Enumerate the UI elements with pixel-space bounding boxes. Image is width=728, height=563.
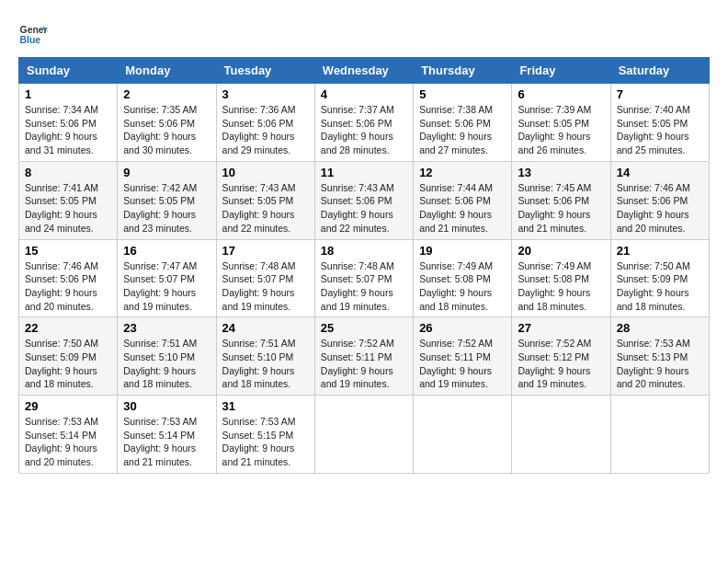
calendar-cell: 12 Sunrise: 7:44 AMSunset: 5:06 PMDaylig… — [414, 161, 512, 239]
day-info: Sunrise: 7:53 AMSunset: 5:14 PMDaylight:… — [25, 415, 111, 469]
calendar-cell: 7 Sunrise: 7:40 AMSunset: 5:05 PMDayligh… — [610, 84, 709, 162]
column-header-thursday: Thursday — [414, 58, 512, 84]
day-number: 3 — [222, 87, 309, 101]
day-number: 29 — [25, 399, 111, 413]
day-number: 18 — [321, 244, 407, 258]
day-info: Sunrise: 7:48 AMSunset: 5:07 PMDaylight:… — [222, 259, 309, 314]
column-header-wednesday: Wednesday — [314, 58, 413, 84]
day-info: Sunrise: 7:43 AMSunset: 5:06 PMDaylight:… — [321, 181, 407, 236]
column-header-monday: Monday — [118, 58, 216, 84]
calendar-cell: 24 Sunrise: 7:51 AMSunset: 5:10 PMDaylig… — [216, 317, 314, 396]
calendar-week-row: 8 Sunrise: 7:41 AMSunset: 5:05 PMDayligh… — [19, 161, 710, 239]
day-info: Sunrise: 7:43 AMSunset: 5:05 PMDaylight:… — [222, 181, 309, 236]
day-info: Sunrise: 7:40 AMSunset: 5:05 PMDaylight:… — [617, 103, 703, 157]
calendar-cell — [414, 396, 512, 474]
calendar-cell: 21 Sunrise: 7:50 AMSunset: 5:09 PMDaylig… — [610, 239, 709, 317]
calendar-cell: 16 Sunrise: 7:47 AMSunset: 5:07 PMDaylig… — [118, 239, 216, 317]
calendar-cell: 30 Sunrise: 7:53 AMSunset: 5:14 PMDaylig… — [118, 396, 216, 474]
calendar-cell: 15 Sunrise: 7:46 AMSunset: 5:06 PMDaylig… — [19, 239, 118, 317]
day-info: Sunrise: 7:46 AMSunset: 5:06 PMDaylight:… — [617, 181, 703, 236]
day-info: Sunrise: 7:51 AMSunset: 5:10 PMDaylight:… — [123, 337, 210, 391]
day-info: Sunrise: 7:53 AMSunset: 5:13 PMDaylight:… — [617, 337, 703, 391]
svg-text:Blue: Blue — [20, 35, 41, 45]
page-header: General Blue — [18, 18, 710, 48]
day-info: Sunrise: 7:42 AMSunset: 5:05 PMDaylight:… — [123, 181, 210, 236]
day-info: Sunrise: 7:49 AMSunset: 5:08 PMDaylight:… — [419, 259, 506, 314]
day-number: 24 — [222, 321, 309, 335]
day-info: Sunrise: 7:35 AMSunset: 5:06 PMDaylight:… — [123, 103, 210, 157]
day-info: Sunrise: 7:53 AMSunset: 5:14 PMDaylight:… — [123, 415, 210, 469]
day-info: Sunrise: 7:45 AMSunset: 5:06 PMDaylight:… — [518, 181, 604, 236]
day-number: 14 — [617, 166, 703, 179]
calendar-cell: 4 Sunrise: 7:37 AMSunset: 5:06 PMDayligh… — [314, 84, 413, 162]
day-info: Sunrise: 7:49 AMSunset: 5:08 PMDaylight:… — [518, 259, 604, 314]
calendar-cell: 26 Sunrise: 7:52 AMSunset: 5:11 PMDaylig… — [414, 317, 512, 396]
logo: General Blue — [18, 18, 51, 48]
calendar-cell: 14 Sunrise: 7:46 AMSunset: 5:06 PMDaylig… — [610, 161, 709, 239]
calendar-cell: 6 Sunrise: 7:39 AMSunset: 5:05 PMDayligh… — [512, 84, 610, 162]
day-number: 28 — [617, 321, 703, 335]
calendar-cell: 19 Sunrise: 7:49 AMSunset: 5:08 PMDaylig… — [414, 239, 512, 317]
day-info: Sunrise: 7:50 AMSunset: 5:09 PMDaylight:… — [617, 259, 703, 314]
day-info: Sunrise: 7:36 AMSunset: 5:06 PMDaylight:… — [222, 103, 309, 157]
calendar-cell: 3 Sunrise: 7:36 AMSunset: 5:06 PMDayligh… — [216, 84, 314, 162]
day-info: Sunrise: 7:53 AMSunset: 5:15 PMDaylight:… — [222, 415, 309, 469]
calendar-cell: 23 Sunrise: 7:51 AMSunset: 5:10 PMDaylig… — [118, 317, 216, 396]
calendar-week-row: 15 Sunrise: 7:46 AMSunset: 5:06 PMDaylig… — [19, 239, 710, 317]
day-info: Sunrise: 7:52 AMSunset: 5:11 PMDaylight:… — [419, 337, 506, 391]
logo-icon: General Blue — [18, 18, 48, 48]
day-number: 12 — [419, 166, 506, 179]
day-number: 19 — [419, 244, 506, 258]
day-number: 21 — [617, 244, 703, 258]
calendar-cell: 11 Sunrise: 7:43 AMSunset: 5:06 PMDaylig… — [314, 161, 413, 239]
day-number: 27 — [518, 321, 604, 335]
calendar-cell: 2 Sunrise: 7:35 AMSunset: 5:06 PMDayligh… — [118, 84, 216, 162]
calendar-cell — [512, 396, 610, 474]
day-number: 23 — [123, 321, 210, 335]
day-number: 16 — [123, 244, 210, 258]
day-number: 7 — [617, 87, 703, 101]
day-info: Sunrise: 7:48 AMSunset: 5:07 PMDaylight:… — [321, 259, 407, 314]
column-header-saturday: Saturday — [610, 58, 709, 84]
day-number: 31 — [222, 399, 309, 413]
calendar-header-row: SundayMondayTuesdayWednesdayThursdayFrid… — [19, 58, 710, 84]
day-info: Sunrise: 7:47 AMSunset: 5:07 PMDaylight:… — [123, 259, 210, 314]
day-number: 4 — [321, 87, 407, 101]
calendar-week-row: 1 Sunrise: 7:34 AMSunset: 5:06 PMDayligh… — [19, 84, 710, 162]
calendar-cell: 28 Sunrise: 7:53 AMSunset: 5:13 PMDaylig… — [610, 317, 709, 396]
calendar-cell: 13 Sunrise: 7:45 AMSunset: 5:06 PMDaylig… — [512, 161, 610, 239]
calendar-table: SundayMondayTuesdayWednesdayThursdayFrid… — [18, 57, 710, 474]
day-info: Sunrise: 7:34 AMSunset: 5:06 PMDaylight:… — [25, 103, 111, 157]
day-info: Sunrise: 7:46 AMSunset: 5:06 PMDaylight:… — [25, 259, 111, 314]
calendar-cell: 31 Sunrise: 7:53 AMSunset: 5:15 PMDaylig… — [216, 396, 314, 474]
day-number: 25 — [321, 321, 407, 335]
day-info: Sunrise: 7:50 AMSunset: 5:09 PMDaylight:… — [25, 337, 111, 391]
calendar-cell: 8 Sunrise: 7:41 AMSunset: 5:05 PMDayligh… — [19, 161, 118, 239]
day-number: 17 — [222, 244, 309, 258]
calendar-week-row: 29 Sunrise: 7:53 AMSunset: 5:14 PMDaylig… — [19, 396, 710, 474]
day-info: Sunrise: 7:39 AMSunset: 5:05 PMDaylight:… — [518, 103, 604, 157]
day-number: 11 — [321, 166, 407, 179]
day-info: Sunrise: 7:52 AMSunset: 5:11 PMDaylight:… — [321, 337, 407, 391]
calendar-cell: 5 Sunrise: 7:38 AMSunset: 5:06 PMDayligh… — [414, 84, 512, 162]
day-number: 13 — [518, 166, 604, 179]
day-number: 22 — [25, 321, 111, 335]
calendar-week-row: 22 Sunrise: 7:50 AMSunset: 5:09 PMDaylig… — [19, 317, 710, 396]
day-number: 9 — [123, 166, 210, 179]
day-number: 10 — [222, 166, 309, 179]
day-number: 8 — [25, 166, 111, 179]
day-number: 20 — [518, 244, 604, 258]
calendar-cell: 29 Sunrise: 7:53 AMSunset: 5:14 PMDaylig… — [19, 396, 118, 474]
day-info: Sunrise: 7:44 AMSunset: 5:06 PMDaylight:… — [419, 181, 506, 236]
calendar-cell: 27 Sunrise: 7:52 AMSunset: 5:12 PMDaylig… — [512, 317, 610, 396]
column-header-sunday: Sunday — [19, 58, 118, 84]
day-number: 30 — [123, 399, 210, 413]
calendar-cell: 18 Sunrise: 7:48 AMSunset: 5:07 PMDaylig… — [314, 239, 413, 317]
day-info: Sunrise: 7:37 AMSunset: 5:06 PMDaylight:… — [321, 103, 407, 157]
column-header-tuesday: Tuesday — [216, 58, 314, 84]
day-number: 15 — [25, 244, 111, 258]
calendar-cell: 20 Sunrise: 7:49 AMSunset: 5:08 PMDaylig… — [512, 239, 610, 317]
day-number: 2 — [123, 87, 210, 101]
day-number: 1 — [25, 87, 111, 101]
day-number: 5 — [419, 87, 506, 101]
